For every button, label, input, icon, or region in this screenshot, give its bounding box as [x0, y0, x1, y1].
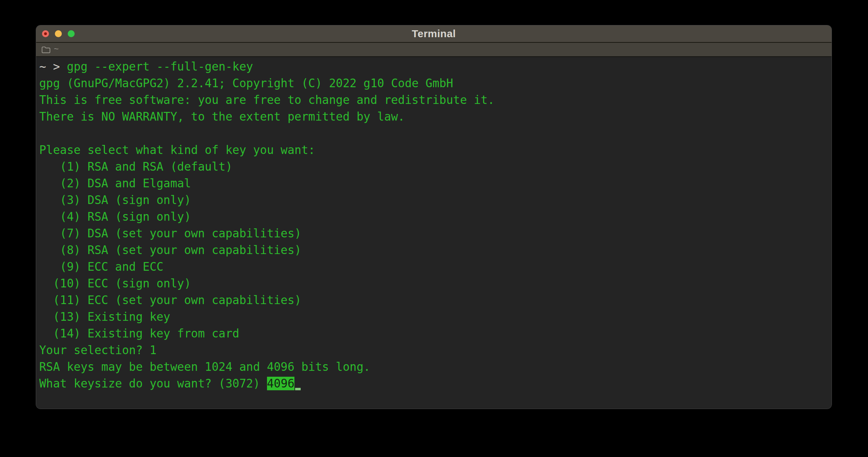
window-title: Terminal	[36, 28, 832, 40]
terminal-line: RSA keys may be between 1024 and 4096 bi…	[39, 359, 829, 375]
terminal-text: (10) ECC (sign only)	[39, 277, 191, 290]
terminal-text: This is free software: you are free to c…	[39, 93, 494, 107]
terminal-line: (13) Existing key	[39, 309, 829, 325]
terminal-line	[39, 125, 829, 142]
folder-icon	[41, 46, 51, 54]
tab-bar[interactable]: ~	[36, 43, 832, 57]
terminal-line: This is free software: you are free to c…	[39, 92, 829, 108]
terminal-line: (11) ECC (set your own capabilities)	[39, 292, 829, 309]
terminal-line: (7) DSA (set your own capabilities)	[39, 225, 829, 242]
terminal-text: Your selection? 1	[39, 343, 157, 357]
terminal-line: (10) ECC (sign only)	[39, 275, 829, 292]
terminal-text: (9) ECC and ECC	[39, 260, 164, 274]
terminal-line: (8) RSA (set your own capabilities)	[39, 242, 829, 259]
terminal-text: (4) RSA (sign only)	[39, 210, 191, 223]
terminal-text: (8) RSA (set your own capabilities)	[39, 243, 301, 257]
terminal-text: gpg (GnuPG/MacGPG2) 2.2.41; Copyright (C…	[39, 76, 453, 90]
terminal-line: gpg (GnuPG/MacGPG2) 2.2.41; Copyright (C…	[39, 75, 829, 92]
terminal-cursor	[294, 375, 301, 392]
terminal-line: (9) ECC and ECC	[39, 259, 829, 275]
terminal-line: There is NO WARRANTY, to the extent perm…	[39, 108, 829, 125]
terminal-text: What keysize do you want? (3072)	[39, 377, 267, 390]
terminal-text: Please select what kind of key you want:	[39, 143, 315, 157]
terminal-line: (3) DSA (sign only)	[39, 192, 829, 209]
terminal-line: (14) Existing key from card	[39, 325, 829, 342]
terminal-window: Terminal ~ ~ > gpg --expert --full-gen-k…	[36, 25, 832, 409]
terminal-line: Your selection? 1	[39, 342, 829, 359]
terminal-line: ~ > gpg --expert --full-gen-key	[39, 58, 829, 75]
shell-prompt: ~ >	[39, 60, 67, 73]
terminal-line: What keysize do you want? (3072) 4096	[39, 375, 829, 392]
terminal-line: (4) RSA (sign only)	[39, 209, 829, 225]
terminal-text: (14) Existing key from card	[39, 327, 239, 340]
terminal-screen[interactable]: ~ > gpg --expert --full-gen-keygpg (GnuP…	[36, 57, 832, 409]
terminal-line: (2) DSA and Elgamal	[39, 175, 829, 192]
terminal-line: Please select what kind of key you want:	[39, 142, 829, 158]
terminal-text: (1) RSA and RSA (default)	[39, 160, 232, 173]
terminal-text: gpg --expert --full-gen-key	[67, 60, 253, 73]
terminal-line: (1) RSA and RSA (default)	[39, 158, 829, 175]
tab-path-label: ~	[54, 45, 59, 55]
keysize-input-selected-text: 4096	[267, 377, 294, 390]
terminal-text: (13) Existing key	[39, 310, 170, 324]
terminal-text: (2) DSA and Elgamal	[39, 177, 191, 190]
terminal-text: RSA keys may be between 1024 and 4096 bi…	[39, 360, 370, 374]
terminal-text: (7) DSA (set your own capabilities)	[39, 227, 301, 240]
terminal-text: (3) DSA (sign only)	[39, 193, 191, 207]
terminal-text: (11) ECC (set your own capabilities)	[39, 293, 301, 307]
window-titlebar[interactable]: Terminal	[36, 25, 832, 43]
terminal-text: There is NO WARRANTY, to the extent perm…	[39, 110, 405, 123]
